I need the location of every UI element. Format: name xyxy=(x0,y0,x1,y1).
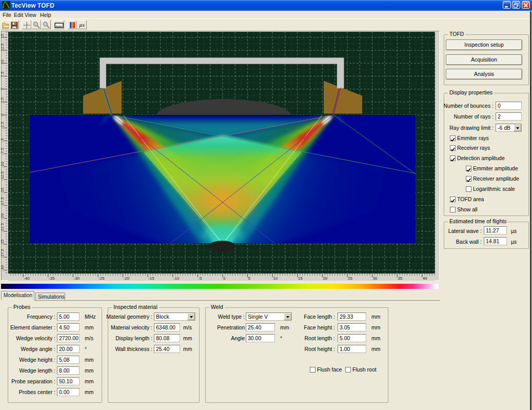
svg-text:5: 5 xyxy=(0,88,5,90)
svg-text:10: 10 xyxy=(0,60,5,64)
svg-text:35: 35 xyxy=(398,276,402,281)
svg-text:15: 15 xyxy=(0,33,5,38)
svg-text:10: 10 xyxy=(273,276,278,281)
svg-text:-25: -25 xyxy=(98,276,105,281)
svg-text:-25: -25 xyxy=(0,239,5,245)
svg-text:-10: -10 xyxy=(173,276,180,281)
svg-text:-12.5: -12.5 xyxy=(0,171,5,181)
svg-text:-35: -35 xyxy=(49,276,55,281)
svg-text:0: 0 xyxy=(0,113,5,116)
svg-text:-17.5: -17.5 xyxy=(0,197,5,207)
svg-text:-10: -10 xyxy=(0,162,5,168)
svg-text:-20: -20 xyxy=(0,213,5,219)
svg-text:-30: -30 xyxy=(0,265,5,271)
svg-text:-2.5: -2.5 xyxy=(0,122,5,129)
svg-text:0: 0 xyxy=(223,276,226,281)
svg-text:25: 25 xyxy=(348,276,352,281)
svg-text:-5: -5 xyxy=(198,276,202,281)
svg-text:-22.5: -22.5 xyxy=(0,223,5,232)
svg-text:-40: -40 xyxy=(24,276,30,281)
svg-text:2.5: 2.5 xyxy=(0,97,5,103)
svg-text:-27.5: -27.5 xyxy=(0,248,5,258)
svg-text:-15: -15 xyxy=(148,276,154,281)
svg-text:-30: -30 xyxy=(73,276,80,281)
svg-text:-5: -5 xyxy=(0,138,5,142)
svg-text:12.5: 12.5 xyxy=(0,43,5,51)
svg-text:-15: -15 xyxy=(0,187,5,193)
svg-text:5: 5 xyxy=(248,276,251,281)
svg-text:15: 15 xyxy=(298,276,303,281)
svg-text:-20: -20 xyxy=(124,276,130,281)
svg-text:-7.5: -7.5 xyxy=(0,147,5,154)
svg-text:7.5: 7.5 xyxy=(0,71,5,77)
svg-text:40: 40 xyxy=(423,276,427,281)
svg-text:30: 30 xyxy=(373,276,378,281)
svg-text:20: 20 xyxy=(323,276,327,281)
